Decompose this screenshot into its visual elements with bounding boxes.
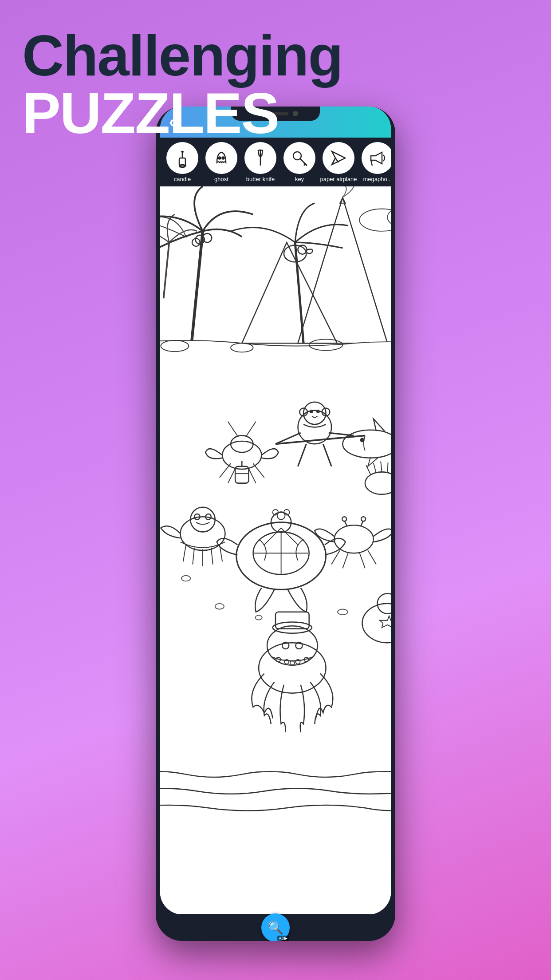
paper-airplane-label: paper airplane — [320, 176, 357, 182]
svg-point-39 — [310, 410, 313, 413]
item-butter-knife[interactable]: butter knife — [243, 142, 278, 182]
svg-marker-10 — [332, 151, 345, 165]
svg-marker-13 — [371, 152, 382, 164]
phone-bottom-bar: 🔍 AD▶ — [160, 914, 391, 941]
headline-line1: Challenging — [22, 27, 342, 84]
puzzle-area — [160, 186, 391, 914]
svg-point-40 — [316, 410, 320, 413]
butter-knife-icon-circle — [244, 142, 276, 174]
search-ad-button[interactable]: 🔍 AD▶ — [261, 913, 290, 941]
paper-airplane-icon-circle — [323, 142, 354, 174]
ghost-icon-circle — [205, 142, 237, 174]
candle-icon-circle — [166, 142, 198, 174]
phone-frame: ‹ candle — [156, 107, 395, 941]
key-label: key — [295, 176, 304, 182]
candle-label: candle — [174, 176, 191, 182]
item-candle[interactable]: candle — [165, 142, 200, 182]
headline-area: Challenging PUZZLES — [22, 27, 342, 142]
headline-line2: PUZZLES — [22, 84, 342, 142]
svg-point-4 — [222, 157, 224, 159]
item-megaphone[interactable]: megapho... — [360, 142, 391, 182]
megaphone-icon-circle — [362, 142, 391, 174]
ad-label: AD▶ — [277, 936, 289, 941]
svg-point-3 — [219, 157, 221, 159]
ghost-label: ghost — [214, 176, 228, 182]
butter-knife-label: butter knife — [246, 176, 275, 182]
item-key[interactable]: key — [282, 142, 317, 182]
item-paper-airplane[interactable]: paper airplane — [321, 142, 356, 182]
megaphone-label: megapho... — [363, 176, 391, 182]
search-icon: 🔍 — [268, 921, 283, 935]
home-button-area: 🔍 AD▶ — [261, 913, 290, 941]
item-ghost[interactable]: ghost — [204, 142, 239, 182]
svg-point-6 — [293, 152, 301, 160]
svg-line-14 — [371, 160, 372, 166]
jungle-puzzle-svg — [160, 186, 391, 914]
phone-screen: ‹ candle — [160, 107, 391, 914]
svg-line-54 — [387, 462, 388, 473]
key-icon-circle — [283, 142, 315, 174]
